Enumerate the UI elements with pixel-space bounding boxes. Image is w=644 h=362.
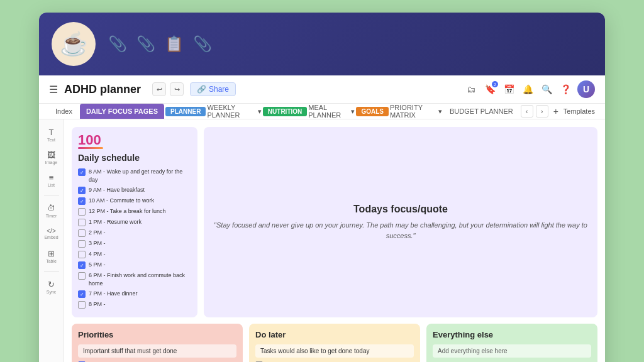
sidebar-item-list[interactable]: ≡ List [42, 170, 62, 190]
priorities-box: Important stuff that must get done [78, 344, 236, 358]
schedule-checkbox-1[interactable]: ✓ [78, 187, 86, 194]
schedule-text-3: 12 PM - Take a break for lunch [89, 207, 165, 216]
list-icon: ≡ [49, 173, 54, 182]
schedule-text-11: 8 PM - [89, 300, 106, 309]
content-area: 100 Daily schedule ✓ 8 AM - Wake up and … [64, 119, 605, 362]
sidebar-divider [44, 195, 59, 195]
schedule-text-5: 2 PM - [89, 229, 106, 237]
sidebar-item-text[interactable]: T Text [42, 124, 62, 145]
embed-label: Embed [44, 235, 58, 239]
dropdown-weekly-planner[interactable]: WEEKLY PLANNER ▾ [207, 104, 261, 119]
daily-schedule-card: 100 Daily schedule ✓ 8 AM - Wake up and … [72, 127, 197, 317]
table-label: Table [46, 259, 57, 263]
do-later-box: Tasks would also like to get done today [255, 344, 414, 358]
focus-quote-title: Todays focus/quote [353, 204, 448, 215]
nav-right: ‹ › + Templates [521, 105, 595, 118]
focus-quote-text: "Stay focused and never give up on your … [213, 220, 589, 241]
dropdown-priority-matrix[interactable]: PRIORITY MATRIX ▾ [390, 104, 442, 119]
schedule-item: ✓ 7 PM - Have dinner [78, 290, 191, 298]
archive-icon[interactable]: 🗂 [464, 82, 478, 96]
main-area: T Text 🖼 Image ≡ List ⏱ Timer </> Embed … [39, 119, 605, 362]
schedule-checkbox-5[interactable] [78, 229, 86, 237]
app-title: ADHD planner [64, 83, 141, 96]
search-icon[interactable]: 🔍 [540, 82, 553, 96]
templates-button[interactable]: Templates [564, 107, 595, 115]
tab-index[interactable]: Index [49, 104, 79, 119]
nav-tabs: Index DAILY FOCUS PAGES PLANNER WEEKLY P… [39, 104, 605, 119]
sync-label: Sync [47, 290, 57, 294]
schedule-text-8: 5 PM - [89, 261, 106, 269]
timer-icon: ⏱ [47, 204, 55, 213]
focus-quote-card: Todays focus/quote "Stay focused and nev… [204, 127, 597, 317]
sync-icon: ↻ [48, 280, 55, 289]
sidebar-item-embed[interactable]: </> Embed [42, 223, 62, 243]
left-sidebar: T Text 🖼 Image ≡ List ⏱ Timer </> Embed … [39, 119, 64, 362]
schedule-checkbox-0[interactable]: ✓ [78, 168, 86, 176]
schedule-text-2: 10 AM - Commute to work [89, 197, 154, 205]
schedule-title: Daily schedule [78, 153, 191, 163]
coffee-decoration: ☕ [52, 22, 96, 66]
schedule-checkbox-10[interactable]: ✓ [78, 290, 86, 298]
schedule-checkbox-4[interactable] [78, 219, 86, 226]
undo-button[interactable]: ↩ [152, 82, 166, 96]
calendar-icon[interactable]: 📅 [502, 82, 516, 96]
schedule-checkbox-6[interactable] [78, 240, 86, 248]
nav-next-button[interactable]: › [536, 105, 548, 118]
help-icon[interactable]: ❓ [558, 82, 572, 96]
dropdown-meal-planner[interactable]: MEAL PLANNER ▾ [308, 104, 355, 119]
share-label: Share [209, 85, 229, 94]
table-icon: ⊞ [48, 249, 55, 258]
menu-icon[interactable]: ☰ [49, 84, 58, 96]
notification-badge: 2 [492, 81, 498, 87]
schedule-item: ✓ 9 AM - Have breakfast [78, 186, 191, 194]
share-icon: 🔗 [197, 85, 206, 94]
sidebar-item-image[interactable]: 🖼 Image [42, 147, 62, 167]
schedule-text-0: 8 AM - Wake up and get ready for the day [89, 168, 191, 184]
tag-goals[interactable]: GOALS [356, 107, 389, 116]
image-icon: 🖼 [47, 150, 55, 160]
sidebar-item-sync[interactable]: ↻ Sync [42, 277, 62, 297]
everything-else-title: Everything else [433, 330, 591, 339]
priorities-card: Priorities Important stuff that must get… [72, 324, 243, 362]
nav-prev-button[interactable]: ‹ [521, 105, 533, 118]
tab-daily-focus[interactable]: DAILY FOCUS PAGES [80, 104, 164, 119]
schedule-checkbox-2[interactable]: ✓ [78, 197, 86, 205]
tag-planner[interactable]: PLANNER [165, 107, 206, 116]
schedule-text-4: 1 PM - Resume work [89, 218, 142, 226]
tab-budget-planner[interactable]: BUDGET PLANNER [443, 104, 519, 119]
redo-button[interactable]: ↪ [170, 82, 184, 96]
add-tab-button[interactable]: + [551, 106, 561, 116]
emoji-icon[interactable]: 🔖 2 [483, 82, 497, 96]
avatar[interactable]: U [577, 80, 595, 98]
text-icon: T [49, 128, 54, 137]
tag-nutrition[interactable]: NUTRITION [263, 107, 307, 116]
timer-label: Timer [46, 214, 57, 218]
everything-else-card: Everything else Add everything else here [426, 324, 597, 362]
sidebar-item-timer[interactable]: ⏱ Timer [42, 200, 62, 221]
share-button[interactable]: 🔗 Share [190, 82, 236, 96]
schedule-text-6: 3 PM - [89, 239, 106, 248]
schedule-item: 6 PM - Finish work and commute back home [78, 272, 191, 287]
priorities-title: Priorities [78, 330, 236, 339]
sidebar-item-table[interactable]: ⊞ Table [42, 246, 62, 266]
schedule-item: 3 PM - [78, 239, 191, 248]
priorities-row: Priorities Important stuff that must get… [72, 324, 597, 362]
schedule-badge: 100 [78, 133, 191, 147]
schedule-item: ✓ 10 AM - Commute to work [78, 197, 191, 205]
add-everything-box[interactable]: Add everything else here [433, 344, 591, 358]
image-label: Image [45, 160, 57, 165]
top-bar: ☰ ADHD planner ↩ ↪ 🔗 Share 🗂 🔖 2 📅 🔔 🔍 ❓… [39, 75, 605, 104]
schedule-checkbox-11[interactable] [78, 301, 86, 309]
bell-icon[interactable]: 🔔 [521, 82, 535, 96]
schedule-checkbox-8[interactable]: ✓ [78, 261, 86, 269]
schedule-checkbox-9[interactable] [78, 272, 86, 280]
schedule-checkbox-7[interactable] [78, 251, 86, 258]
top-row: 100 Daily schedule ✓ 8 AM - Wake up and … [72, 127, 597, 317]
top-bar-right: 🗂 🔖 2 📅 🔔 🔍 ❓ U [464, 80, 595, 98]
app-window: ☕ 📎📎📋📎 ☰ ADHD planner ↩ ↪ 🔗 Share 🗂 🔖 2 … [39, 13, 605, 362]
schedule-item: 12 PM - Take a break for lunch [78, 207, 191, 216]
schedule-text-7: 4 PM - [89, 250, 106, 258]
schedule-checkbox-3[interactable] [78, 208, 86, 216]
list-label: List [48, 183, 55, 187]
schedule-item: 1 PM - Resume work [78, 218, 191, 226]
